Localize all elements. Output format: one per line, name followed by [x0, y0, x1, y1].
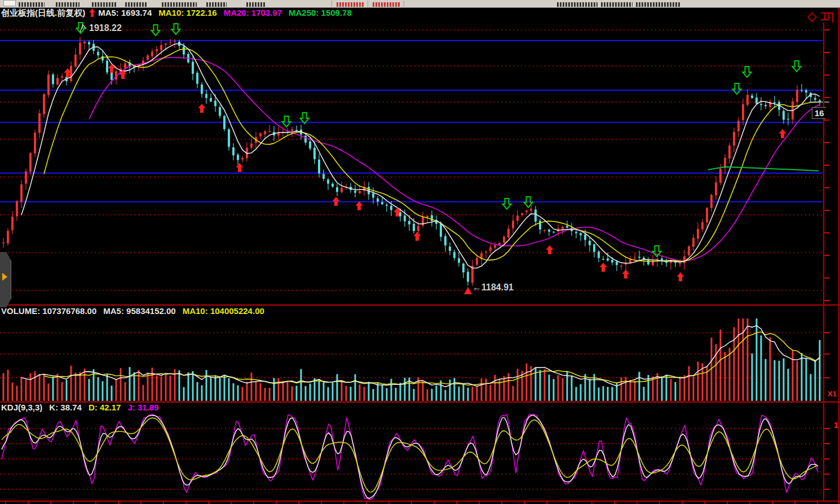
menu-item-clipped[interactable] — [206, 2, 227, 7]
main-chart-header: 创业板指(日线.前复权)MA5: 1693.74MA10: 1722.16MA2… — [1, 8, 352, 18]
menu-item-clipped[interactable] — [92, 2, 117, 7]
ma10-label: MA10: 1722.16 — [158, 8, 216, 17]
menu-item-clipped-red[interactable] — [337, 2, 364, 7]
kdj-k-label: K: 38.74 — [49, 403, 82, 412]
app-icon[interactable] — [3, 0, 16, 6]
main-chart-pane[interactable] — [0, 7, 840, 305]
menu-bar — [0, 0, 840, 8]
kdj-label: KDJ(9,3,3) — [1, 403, 42, 412]
menu-item-clipped[interactable] — [162, 2, 197, 7]
kdj-pane[interactable] — [0, 402, 840, 504]
ma20-label: MA20: 1703.97 — [224, 8, 282, 17]
volume-pane[interactable] — [0, 305, 840, 402]
multi-window-icon[interactable] — [820, 12, 834, 26]
menu-item-clipped[interactable] — [56, 2, 79, 7]
high-price-annotation: 1918.22 — [89, 23, 122, 33]
kdj-j-label: J: 31.89 — [127, 403, 158, 412]
ma5-label: MA5: 1693.74 — [98, 8, 152, 17]
kdj-d-label: D: 42.17 — [89, 403, 121, 412]
menu-item-clipped — [636, 2, 680, 7]
volume-ma5-label: MA5: 95834152.00 — [103, 306, 175, 316]
volume-ma10-label: MA10: 104005224.00 — [183, 306, 264, 316]
up-arrow-icon — [89, 8, 95, 17]
menu-item-clipped[interactable] — [19, 2, 45, 7]
kdj-axis-partial-label: 1 — [834, 421, 838, 430]
menu-item-clipped — [601, 2, 633, 7]
ma250-label: MA250: 1509.78 — [289, 8, 352, 17]
volume-label: VOLUME: 107376768.00 — [1, 306, 96, 316]
menu-item-clipped[interactable] — [125, 2, 148, 7]
x-multiplier-label: X1 — [828, 390, 837, 398]
low-price-annotation: ←1184.91 — [472, 282, 514, 293]
menu-item-clipped-red[interactable] — [373, 2, 400, 7]
expand-arrow-icon — [2, 273, 7, 281]
sidebar-flyout-handle[interactable] — [0, 252, 11, 307]
menu-item-clipped — [557, 2, 598, 7]
diamond-icon[interactable] — [807, 12, 817, 25]
instrument-title: 创业板指(日线.前复权) — [1, 8, 85, 17]
kdj-header: KDJ(9,3,3)K: 38.74D: 42.17J: 31.89 — [1, 403, 159, 413]
last-price-tag: 16 — [812, 107, 826, 119]
menu-item-clipped[interactable] — [246, 2, 266, 7]
volume-header: VOLUME: 107376768.00MA5: 95834152.00MA10… — [1, 306, 264, 316]
